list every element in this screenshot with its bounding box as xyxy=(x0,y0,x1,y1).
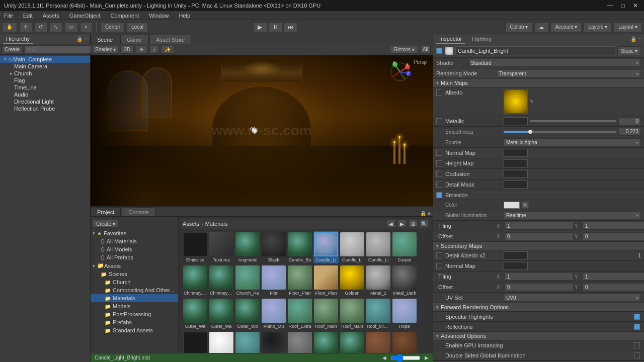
asset-item-18[interactable]: Outer_Wa xyxy=(183,298,208,330)
object-name-field[interactable] xyxy=(455,46,615,55)
shader-value[interactable]: Standard ▾ xyxy=(468,59,641,67)
offset2-y-field[interactable] xyxy=(583,283,644,291)
emission-pick-btn[interactable]: ✎ xyxy=(522,202,529,209)
albedo-check[interactable] xyxy=(436,89,442,96)
tiling2-x-field[interactable] xyxy=(505,273,574,281)
asset-item-13[interactable]: Floor_Plan xyxy=(287,264,312,297)
metallic-texture[interactable] xyxy=(504,117,528,125)
offset-x-field[interactable] xyxy=(505,232,574,240)
path-materials[interactable]: Materials xyxy=(205,221,228,227)
minimize-btn[interactable]: — xyxy=(605,2,615,9)
albedo-texture[interactable] xyxy=(504,89,528,114)
cloud-btn[interactable]: ☁ xyxy=(534,22,548,32)
proj-models[interactable]: 📁 Models xyxy=(91,302,178,310)
account-btn[interactable]: Account ▾ xyxy=(550,22,582,32)
rect-tool-btn[interactable]: ▭ xyxy=(64,22,78,32)
hier-item-main-camera[interactable]: Main Camera xyxy=(0,63,90,70)
asset-item-12[interactable]: Fibr xyxy=(261,264,286,297)
normal-texture[interactable] xyxy=(504,149,528,157)
menu-file[interactable]: File xyxy=(2,13,15,19)
console-tab[interactable]: Console xyxy=(122,207,155,216)
asset-item-17[interactable]: Metal_Dark xyxy=(392,264,417,297)
asset-item-15[interactable]: Golden xyxy=(340,264,365,297)
occlusion-texture[interactable] xyxy=(504,170,528,178)
gizmos-btn[interactable]: Gizmos ▾ xyxy=(390,46,418,54)
mode2d-btn[interactable]: 2D xyxy=(120,46,134,54)
asset-item-8[interactable]: Carpet xyxy=(392,231,417,263)
normal-check[interactable] xyxy=(436,150,442,156)
asset-item-6[interactable]: Candle_Li xyxy=(340,231,365,263)
window-controls[interactable]: — □ ✕ xyxy=(605,2,640,9)
asset-item-24[interactable]: Roof_Main xyxy=(340,298,365,330)
proj-compositing[interactable]: 📁 Compositing And Other... xyxy=(91,286,178,294)
hier-item-flag[interactable]: Flag xyxy=(0,77,90,84)
asset-item-4[interactable]: Candle_Ba xyxy=(287,231,312,263)
hierarchy-menu-btn[interactable]: ≡ xyxy=(84,36,87,42)
hier-item-reflection[interactable]: Reflection Probe xyxy=(0,105,90,112)
proj-all-prefabs[interactable]: Q All Prefabs xyxy=(91,253,178,261)
height-check[interactable] xyxy=(436,160,442,166)
asset-item-35[interactable]: Wood4 xyxy=(392,331,417,353)
detail-texture[interactable] xyxy=(504,180,528,189)
asset-item-7[interactable]: Candle_Li xyxy=(366,231,391,263)
hier-item-directional[interactable]: Directional Light xyxy=(0,98,90,105)
proj-prefabs[interactable]: 📁 Prefabs xyxy=(91,318,178,326)
asset-item-30[interactable]: Window_Gl xyxy=(261,331,286,353)
asset-item-28[interactable]: White xyxy=(209,331,234,353)
asset-back-btn[interactable]: ◀ xyxy=(386,220,395,228)
scene-fx-btn[interactable]: ✨ xyxy=(161,46,174,54)
asset-item-14[interactable]: Floor_Plan xyxy=(313,264,339,297)
hier-item-church[interactable]: ▸ Church xyxy=(0,70,90,77)
emission-check[interactable] xyxy=(436,192,442,198)
height-texture[interactable] xyxy=(504,159,528,167)
asset-item-26[interactable]: Rope xyxy=(392,298,417,330)
inspector-tab[interactable]: Inspector xyxy=(436,35,465,44)
asset-size-slider[interactable] xyxy=(390,355,421,360)
offset2-x-field[interactable] xyxy=(505,283,574,291)
asset-item-21[interactable]: Piano_Mu xyxy=(261,298,286,330)
proj-postprocessing[interactable]: 📁 PostProcessing xyxy=(91,310,178,318)
bottom-lock-btn[interactable]: 🔒 xyxy=(420,211,426,216)
hierarchy-create-btn[interactable]: Create xyxy=(2,45,22,53)
hierarchy-tab[interactable]: Hierarchy xyxy=(3,35,33,44)
object-active-check[interactable] xyxy=(436,48,442,54)
close-btn[interactable]: ✕ xyxy=(631,2,640,9)
secondary-maps-section[interactable]: ▾ Secondary Maps xyxy=(433,242,644,250)
collab-btn[interactable]: Collab ▾ xyxy=(505,22,532,32)
asset-item-11[interactable]: Church_Pa xyxy=(235,264,260,297)
emission-color-swatch[interactable] xyxy=(504,202,520,209)
albedo-edit-btn[interactable]: ✎ xyxy=(530,99,534,104)
tiling2-y-field[interactable] xyxy=(583,273,644,281)
smoothness-slider[interactable] xyxy=(504,131,616,133)
scene-audio-btn[interactable]: ♪ xyxy=(149,46,159,54)
asset-item-32[interactable]: Window_W xyxy=(313,331,339,353)
proj-standard-assets[interactable]: 📁 Standard Assets xyxy=(91,326,178,334)
specular-check[interactable] xyxy=(634,314,640,320)
normal-map2-check[interactable] xyxy=(436,263,442,269)
asset-item-5[interactable]: Candle_Li xyxy=(313,231,339,263)
asset-item-19[interactable]: Outer_Wa xyxy=(209,298,234,330)
gi-dropdown[interactable]: Realtime ▾ xyxy=(504,211,641,219)
move-tool-btn[interactable]: ✛ xyxy=(19,22,32,32)
asset-item-25[interactable]: Roof_Middle xyxy=(366,298,391,330)
lighting-tab[interactable]: Lighting xyxy=(469,35,495,43)
asset-item-3[interactable]: Black xyxy=(261,231,286,263)
proj-materials[interactable]: 📁 Materials xyxy=(91,294,178,302)
asset-item-22[interactable]: Roof_Extra xyxy=(287,298,312,330)
path-assets[interactable]: Assets xyxy=(183,221,199,227)
menu-gameobject[interactable]: GameObject xyxy=(67,13,103,19)
hierarchy-lock-btn[interactable]: 🔒 xyxy=(76,36,83,42)
project-create-btn[interactable]: Create ▾ xyxy=(93,220,119,228)
shaded-dropdown[interactable]: Shaded ▾ xyxy=(93,46,118,54)
asset-item-20[interactable]: Outer_Wo xyxy=(235,298,260,330)
assets-section[interactable]: ▾ 📁 Assets xyxy=(91,261,178,270)
normal-map2-texture[interactable] xyxy=(504,262,528,270)
scene-viewport[interactable]: 👁 Persp X Y xyxy=(91,55,433,206)
menu-assets[interactable]: Assets xyxy=(41,13,61,19)
hand-tool-btn[interactable]: ✋ xyxy=(2,22,17,32)
hier-item-timeline[interactable]: TimeLine xyxy=(0,84,90,91)
tiling-x-field[interactable] xyxy=(505,222,574,230)
asset-item-33[interactable]: Window_W xyxy=(340,331,365,353)
game-tab[interactable]: Game xyxy=(120,35,148,44)
asset-item-27[interactable]: Simple_Sk xyxy=(183,331,208,353)
